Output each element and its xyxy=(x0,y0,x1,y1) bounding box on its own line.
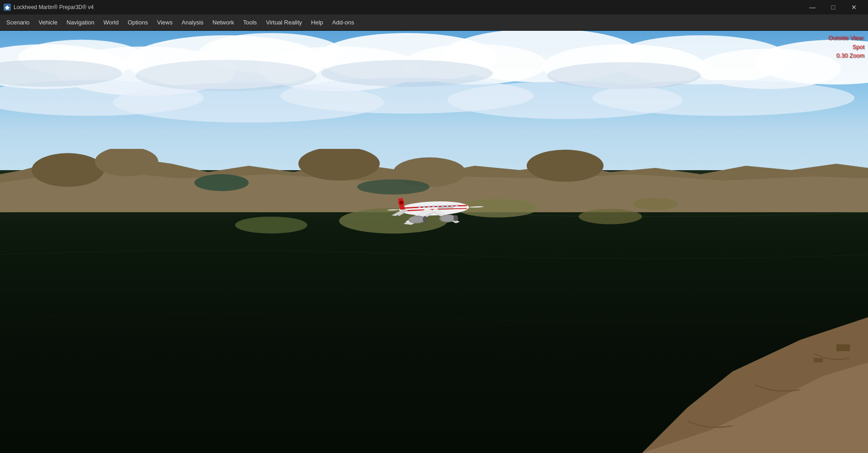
svg-rect-49 xyxy=(432,205,434,207)
svg-rect-48 xyxy=(428,205,429,207)
svg-point-34 xyxy=(579,209,642,224)
menu-item-navigation[interactable]: Navigation xyxy=(62,14,99,30)
menu-item-virtual-reality[interactable]: Virtual Reality xyxy=(261,14,307,30)
svg-rect-31 xyxy=(814,358,823,362)
menu-item-scenario[interactable]: Scenario xyxy=(2,14,34,30)
svg-rect-54 xyxy=(456,205,458,206)
menubar: ScenarioVehicleNavigationWorldOptionsVie… xyxy=(0,14,868,31)
titlebar-controls: — □ ✕ xyxy=(802,0,864,14)
hud-view-mode: Spot xyxy=(828,43,864,52)
titlebar-left: Lockheed Martin® Prepar3D® v4 xyxy=(4,4,94,11)
airplane-container xyxy=(380,180,488,236)
terrain-bottom-right xyxy=(642,317,868,453)
menu-item-options[interactable]: Options xyxy=(123,14,152,30)
svg-point-36 xyxy=(235,217,307,234)
svg-rect-46 xyxy=(419,206,420,208)
close-button[interactable]: ✕ xyxy=(844,0,864,14)
menu-item-help[interactable]: Help xyxy=(307,14,328,30)
menu-item-views[interactable]: Views xyxy=(152,14,177,30)
svg-point-22 xyxy=(547,62,701,89)
menu-item-vehicle[interactable]: Vehicle xyxy=(34,14,62,30)
viewport: Outside View: Spot 0.30 Zoom xyxy=(0,31,868,453)
svg-point-21 xyxy=(321,60,493,86)
hud-zoom: 0.30 Zoom xyxy=(828,51,864,60)
svg-point-20 xyxy=(136,60,316,91)
menu-item-add-ons[interactable]: Add-ons xyxy=(328,14,359,30)
svg-point-35 xyxy=(633,198,678,210)
svg-rect-47 xyxy=(423,205,425,207)
maximize-button[interactable]: □ xyxy=(823,0,844,14)
title-text: Lockheed Martin® Prepar3D® v4 xyxy=(14,4,94,10)
menu-item-analysis[interactable]: Analysis xyxy=(177,14,208,30)
menu-item-tools[interactable]: Tools xyxy=(239,14,261,30)
hud-overlay: Outside View: Spot 0.30 Zoom xyxy=(828,33,864,60)
titlebar: Lockheed Martin® Prepar3D® v4 — □ ✕ xyxy=(0,0,868,14)
airplane xyxy=(379,178,489,236)
hud-view-type: Outside View: xyxy=(828,33,864,43)
menu-item-world[interactable]: World xyxy=(99,14,123,30)
svg-rect-30 xyxy=(836,344,850,351)
menu-item-network[interactable]: Network xyxy=(208,14,239,30)
app-icon xyxy=(4,4,11,11)
minimize-button[interactable]: — xyxy=(802,0,823,14)
